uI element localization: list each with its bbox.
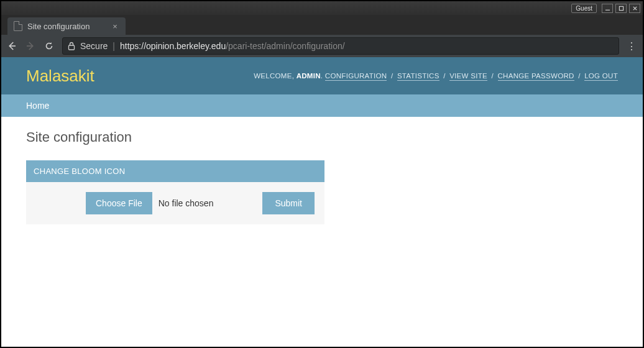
tab-title: Site configuration bbox=[27, 22, 90, 31]
page-title: Site configuration bbox=[26, 129, 618, 145]
submit-button[interactable]: Submit bbox=[262, 192, 315, 214]
breadcrumb-bar: Home bbox=[1, 94, 643, 117]
nav-statistics[interactable]: STATISTICS bbox=[397, 72, 439, 81]
page-viewport: Malasakit WELCOME, ADMIN. CONFIGURATION … bbox=[1, 57, 643, 347]
change-bloom-icon-module: CHANGE BLOOM ICON Choose File No file ch… bbox=[26, 160, 324, 224]
admin-username: ADMIN bbox=[297, 72, 321, 80]
user-nav: WELCOME, ADMIN. CONFIGURATION / STATISTI… bbox=[254, 72, 618, 80]
url-text: https://opinion.berkeley.edu/pcari-test/… bbox=[120, 41, 345, 51]
brand-title[interactable]: Malasakit bbox=[26, 66, 94, 86]
arrow-left-icon bbox=[6, 40, 17, 52]
svg-rect-1 bbox=[619, 6, 623, 10]
arrow-right-icon bbox=[25, 40, 36, 52]
tab-close-button[interactable]: × bbox=[111, 22, 119, 30]
minimize-button[interactable] bbox=[602, 4, 613, 13]
page-icon bbox=[14, 21, 22, 31]
app-header: Malasakit WELCOME, ADMIN. CONFIGURATION … bbox=[1, 57, 643, 94]
reload-icon bbox=[44, 40, 55, 52]
welcome-text: WELCOME, bbox=[254, 72, 297, 80]
browser-menu-button[interactable]: ⋮ bbox=[625, 40, 638, 52]
maximize-button[interactable] bbox=[615, 4, 627, 13]
minimize-icon bbox=[605, 6, 610, 11]
secure-label: Secure bbox=[80, 41, 108, 51]
content-area: Site configuration CHANGE BLOOM ICON Cho… bbox=[1, 117, 643, 347]
back-button[interactable] bbox=[6, 40, 19, 52]
separator: | bbox=[113, 41, 115, 51]
maximize-icon bbox=[619, 6, 624, 11]
nav-change-password[interactable]: CHANGE PASSWORD bbox=[498, 72, 574, 81]
kebab-icon: ⋮ bbox=[627, 41, 637, 52]
guest-badge: Guest bbox=[571, 4, 597, 13]
nav-view-site[interactable]: VIEW SITE bbox=[449, 72, 487, 81]
svg-rect-6 bbox=[69, 45, 75, 50]
lock-icon bbox=[68, 42, 75, 50]
file-status-text: No file chosen bbox=[159, 198, 214, 208]
browser-tab[interactable]: Site configuration × bbox=[7, 17, 126, 35]
module-body: Choose File No file chosen Submit bbox=[26, 182, 324, 224]
nav-log-out[interactable]: LOG OUT bbox=[584, 72, 618, 81]
module-header: CHANGE BLOOM ICON bbox=[26, 160, 324, 182]
tab-strip: Site configuration × bbox=[1, 15, 643, 35]
forward-button[interactable] bbox=[25, 40, 37, 52]
window-titlebar: Guest bbox=[1, 1, 643, 15]
browser-window: Guest Site configuration × Secure bbox=[0, 0, 644, 348]
browser-toolbar: Secure | https://opinion.berkeley.edu/pc… bbox=[1, 35, 643, 57]
breadcrumb-home[interactable]: Home bbox=[26, 101, 49, 111]
close-icon bbox=[632, 6, 638, 11]
reload-button[interactable] bbox=[44, 40, 56, 52]
nav-configuration[interactable]: CONFIGURATION bbox=[325, 72, 387, 81]
address-bar[interactable]: Secure | https://opinion.berkeley.edu/pc… bbox=[62, 37, 619, 55]
choose-file-button[interactable]: Choose File bbox=[86, 192, 152, 214]
close-window-button[interactable] bbox=[629, 4, 640, 13]
